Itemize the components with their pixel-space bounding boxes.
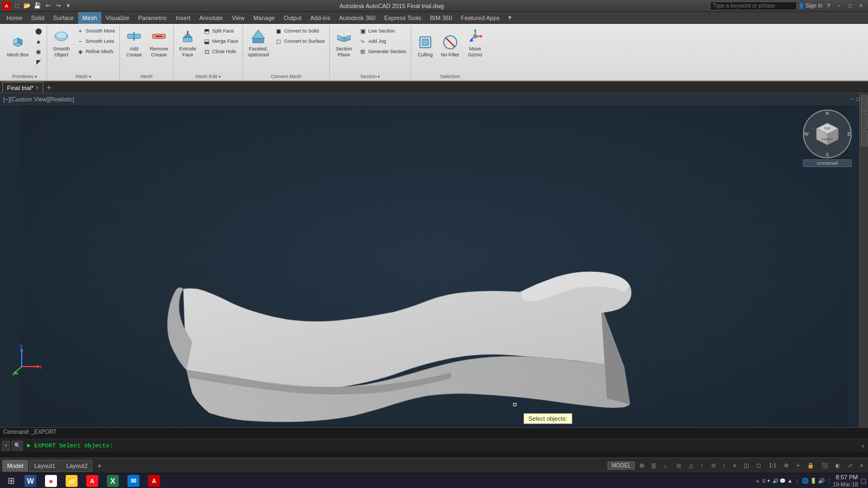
taskbar-mail-app[interactable]: ✉	[124, 474, 143, 487]
fullscreen-btn[interactable]: ⤢	[845, 461, 855, 470]
menu-solid[interactable]: Solid	[27, 12, 48, 24]
transp-btn[interactable]: ◫	[741, 461, 751, 470]
convert-to-surface-btn[interactable]: ◻ Convert to Surface	[273, 36, 327, 46]
snap-btn[interactable]: |||	[649, 461, 659, 470]
no-filter-button[interactable]: No Filter	[438, 26, 462, 60]
scale-display[interactable]: 1:1	[766, 461, 779, 470]
viewcube[interactable]: N S E W TOP	[803, 110, 852, 175]
taskbar-files-app[interactable]: 📁	[62, 474, 81, 487]
customize-btn[interactable]: ≡	[857, 461, 866, 470]
add-crease-button[interactable]: AddCrease	[122, 26, 146, 60]
lock-btn[interactable]: 🔒	[805, 461, 816, 470]
smooth-more-btn[interactable]: + Smooth More	[74, 26, 117, 36]
help-btn[interactable]: ?	[824, 1, 833, 11]
mesh-cylinder-btn[interactable]: ⬤	[33, 26, 44, 36]
menu-visualize[interactable]: Visualize	[101, 12, 134, 24]
undo-btn[interactable]: ↩	[43, 1, 53, 11]
remove-crease-button[interactable]: RemoveCrease	[147, 26, 171, 60]
mesh-cone-btn[interactable]: ▲	[33, 36, 44, 46]
mesh-smooth-expand[interactable]: ▾	[89, 74, 91, 79]
windows-start-btn[interactable]: ⊞	[2, 474, 20, 487]
viewport-restore[interactable]: −	[851, 96, 854, 102]
panel-btn-3[interactable]	[861, 130, 867, 146]
menu-addins[interactable]: Add-ins	[306, 12, 335, 24]
command-cancel-btn[interactable]: ×	[2, 441, 10, 451]
dyn-input-btn[interactable]: ↕	[720, 461, 729, 470]
mesh-sphere-btn[interactable]: ◉	[33, 47, 44, 56]
menu-view[interactable]: View	[227, 12, 249, 24]
mesh-box-button[interactable]: Mesh Box	[4, 26, 31, 60]
workspace-btn[interactable]: +	[794, 461, 802, 470]
layout-tab-add[interactable]: +	[93, 460, 105, 472]
qa-dropdown[interactable]: ▾	[63, 1, 73, 11]
menu-a360[interactable]: Autodesk 360	[335, 12, 380, 24]
annotation-btn[interactable]: ⚙	[781, 461, 792, 470]
refine-mesh-btn[interactable]: ◈ Refine Mesh	[74, 47, 117, 56]
merge-face-btn[interactable]: ⬓ Merge Face	[201, 36, 240, 46]
menu-insert[interactable]: Insert	[171, 12, 195, 24]
section-expand[interactable]: ▾	[378, 74, 380, 79]
menu-parametric[interactable]: Parametric	[133, 12, 171, 24]
viewcube-box[interactable]: TOP FRONT	[811, 118, 844, 150]
model-indicator[interactable]: MODEL	[608, 461, 635, 470]
menu-home[interactable]: Home	[2, 12, 27, 24]
taskbar-chrome-app[interactable]: ●	[41, 474, 61, 487]
polar-btn[interactable]: ◎	[674, 461, 684, 470]
menu-output[interactable]: Output	[279, 12, 306, 24]
split-face-btn[interactable]: ⬒ Split Face	[201, 26, 240, 36]
smooth-object-button[interactable]: SmoothObject	[49, 26, 73, 60]
sel-cycling-btn[interactable]: ⬡	[754, 461, 764, 470]
layout-tab-model[interactable]: Model	[2, 460, 28, 472]
minimize-btn[interactable]: −	[834, 2, 844, 10]
open-btn[interactable]: 📂	[22, 1, 32, 11]
hardware-accel-btn[interactable]: ⬛	[819, 461, 831, 470]
clock-area[interactable]: 8:57 PM 19-Mar-18	[833, 473, 858, 488]
panel-btn-1[interactable]	[861, 95, 867, 112]
mesh-edit-expand[interactable]: ▾	[219, 74, 221, 79]
smooth-less-btn[interactable]: − Smooth Less	[74, 36, 117, 46]
sign-in-button[interactable]: 👤 Sign In	[798, 3, 822, 9]
maximize-btn[interactable]: □	[845, 2, 855, 10]
mesh-wedge-btn[interactable]: ◤	[33, 57, 44, 67]
ducs-btn[interactable]: ⊙	[709, 461, 718, 470]
taskbar-acrobat-app[interactable]: A	[82, 474, 102, 487]
doc-tab-add[interactable]: +	[43, 82, 54, 93]
menu-featured[interactable]: Featured Apps	[457, 12, 505, 24]
notification-btn[interactable]: □	[861, 477, 866, 485]
search-input[interactable]	[710, 2, 797, 10]
close-btn[interactable]: ×	[856, 2, 866, 10]
convert-to-solid-btn[interactable]: ◼ Convert to Solid	[273, 26, 327, 36]
layout-tab-layout1[interactable]: Layout1	[29, 460, 60, 472]
command-search-btn[interactable]: 🔍	[12, 441, 23, 451]
generate-section-btn[interactable]: ⊞ Generate Section	[357, 47, 409, 56]
menu-annotate[interactable]: Annotate	[195, 12, 227, 24]
command-scroll-up[interactable]: ▲	[860, 442, 866, 448]
menu-manage[interactable]: Manage	[249, 12, 279, 24]
culling-button[interactable]: Culling	[413, 26, 437, 60]
close-hole-btn[interactable]: ⊡ Close Hole	[201, 47, 240, 56]
new-btn[interactable]: □	[12, 1, 22, 11]
extrude-face-button[interactable]: ExtrudeFace	[176, 26, 200, 60]
move-gizmo-button[interactable]: MoveGizmo	[463, 26, 487, 60]
taskbar-autocad-app[interactable]: A	[144, 474, 164, 487]
menu-express[interactable]: Express Tools	[380, 12, 425, 24]
add-jog-btn[interactable]: ⤷ Add Jog	[357, 36, 409, 46]
lw-btn[interactable]: ≡	[731, 461, 739, 470]
tray-show-btn[interactable]: ▲	[787, 478, 793, 484]
layout-tab-layout2[interactable]: Layout2	[61, 460, 92, 472]
taskbar-word-app[interactable]: W	[21, 474, 40, 487]
doc-tab-final-trial[interactable]: Final trial* ×	[2, 82, 43, 93]
grid-btn[interactable]: ⊞	[637, 461, 647, 470]
object-snap-btn[interactable]: △	[686, 461, 696, 470]
object-track-btn[interactable]: ↑	[698, 461, 706, 470]
faceted-optimized-button[interactable]: Faceted,optimized	[245, 26, 272, 60]
doc-tab-close[interactable]: ×	[36, 85, 39, 91]
menu-extra-dropdown[interactable]: ▾	[504, 12, 516, 24]
taskbar-excel-app[interactable]: X	[103, 474, 123, 487]
redo-btn[interactable]: ↪	[53, 1, 63, 11]
isolate-btn[interactable]: ◐	[833, 461, 843, 470]
menu-mesh[interactable]: Mesh	[78, 12, 101, 24]
menu-bim360[interactable]: BIM 360	[426, 12, 457, 24]
menu-surface[interactable]: Surface	[49, 12, 78, 24]
viewport[interactable]: [−][Custom View][Realistic] − □ ×	[0, 93, 868, 427]
